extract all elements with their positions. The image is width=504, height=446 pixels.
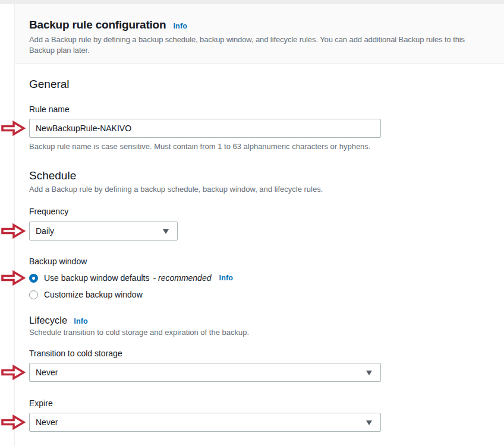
annotation-arrow-icon-expire	[1, 414, 26, 431]
chevron-down-icon	[366, 371, 372, 375]
section-general-heading: General	[29, 77, 490, 91]
annotation-arrow-icon-rule-name	[1, 120, 26, 137]
annotation-arrow-icon-transition	[1, 364, 26, 381]
frequency-label: Frequency	[29, 206, 490, 217]
schedule-description: Add a Backup rule by defining a backup s…	[29, 184, 490, 195]
expire-label: Expire	[29, 398, 490, 409]
radio-selected-icon[interactable]	[29, 274, 38, 283]
lifecycle-info-link[interactable]: Info	[74, 317, 88, 325]
backup-rule-configuration-page: Backup rule configuration Info Add a Bac…	[0, 0, 504, 446]
radio-option-use-defaults[interactable]: Use backup window defaults - recommended…	[29, 271, 490, 284]
annotation-arrow-icon-backup-window	[1, 270, 26, 286]
rule-name-input[interactable]	[29, 119, 381, 138]
panel-header: Backup rule configuration Info Add a Bac…	[15, 4, 504, 64]
backup-window-label: Backup window	[29, 256, 490, 267]
lifecycle-heading: Lifecycle	[29, 314, 67, 326]
radio-unselected-icon[interactable]	[29, 290, 38, 299]
lifecycle-heading-row: Lifecycle Info	[29, 314, 490, 326]
expire-selected-value: Never	[36, 417, 58, 427]
annotation-arrow-icon-frequency	[1, 223, 26, 239]
radio-option-suffix: - recommended	[153, 273, 211, 283]
title-row: Backup rule configuration Info	[29, 18, 490, 31]
chevron-down-icon	[366, 420, 372, 425]
chevron-down-icon	[163, 229, 169, 234]
backup-rule-panel: Backup rule configuration Info Add a Bac…	[14, 4, 504, 446]
header-info-link[interactable]: Info	[173, 22, 187, 30]
frequency-select[interactable]: Daily	[29, 222, 178, 241]
radio-option-label: Use backup window defaults	[44, 273, 149, 283]
transition-selected-value: Never	[36, 368, 58, 377]
radio-option-label: Customize backup window	[44, 290, 143, 299]
rule-name-help-text: Backup rule name is case sensitive. Must…	[29, 142, 490, 151]
transition-select[interactable]: Never	[29, 363, 381, 382]
backup-window-info-link[interactable]: Info	[219, 274, 233, 282]
top-strip	[0, 0, 504, 4]
panel-body: General Rule name Backup rule name is ca…	[15, 77, 504, 432]
transition-label: Transition to cold storage	[29, 348, 490, 359]
radio-option-customize[interactable]: Customize backup window	[29, 288, 490, 301]
expire-select[interactable]: Never	[29, 413, 381, 432]
lifecycle-description: Schedule transition to cold storage and …	[29, 327, 490, 338]
page-title: Backup rule configuration	[29, 18, 166, 31]
rule-name-label: Rule name	[29, 104, 490, 115]
frequency-selected-value: Daily	[36, 226, 54, 236]
header-description: Add a Backup rule by defining a backup s…	[29, 34, 490, 56]
section-schedule-heading: Schedule	[29, 169, 490, 183]
